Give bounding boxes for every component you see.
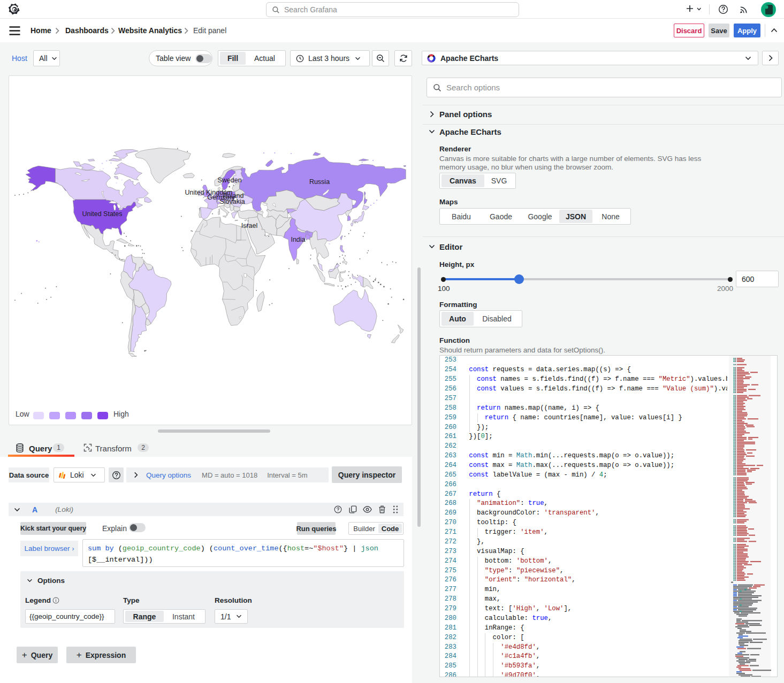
svg-text:Slovakia: Slovakia [219, 198, 245, 205]
svg-text:India: India [291, 236, 305, 243]
svg-text:United States: United States [82, 210, 122, 218]
svg-text:Russia: Russia [309, 178, 330, 186]
svg-text:Israel: Israel [241, 222, 258, 229]
svg-text:Sweden: Sweden [217, 176, 241, 184]
